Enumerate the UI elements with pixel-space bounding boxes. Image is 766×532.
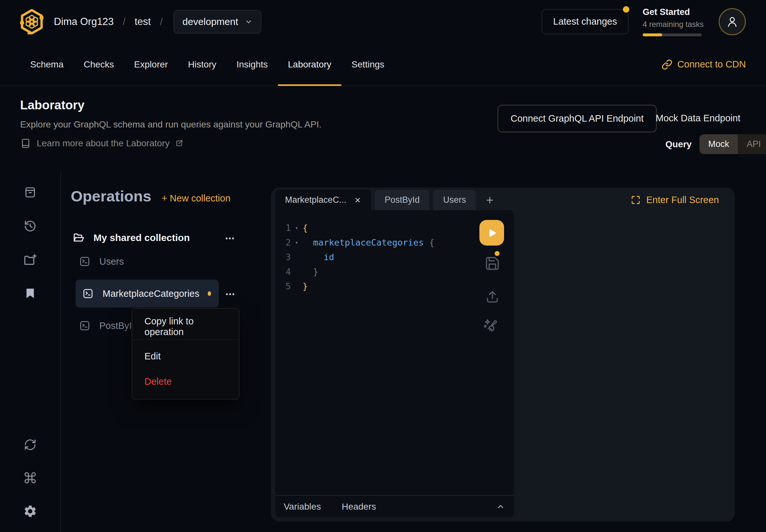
- query-mode-api[interactable]: API: [738, 134, 766, 154]
- header-right: Latest changes Get Started 4 remaining t…: [542, 7, 746, 36]
- history-icon[interactable]: [23, 219, 37, 233]
- breadcrumb-separator: /: [160, 16, 163, 27]
- play-icon: [486, 227, 498, 239]
- enter-fullscreen-button[interactable]: Enter Full Screen: [631, 195, 719, 205]
- editor-tab-users[interactable]: Users: [433, 190, 476, 210]
- external-link-icon: [175, 139, 183, 148]
- get-started-widget[interactable]: Get Started 4 remaining tasks: [643, 7, 704, 36]
- share-operation-icon[interactable]: [485, 289, 500, 305]
- operation-users[interactable]: Users: [79, 252, 124, 271]
- tab-insights[interactable]: Insights: [226, 43, 278, 86]
- operations-title: Operations: [71, 187, 151, 205]
- collection-menu-button[interactable]: [224, 233, 235, 244]
- graph-nav: Schema Checks Explorer History Insights …: [0, 43, 766, 86]
- get-started-subtitle: 4 remaining tasks: [643, 20, 704, 29]
- app-header: Dima Org123 / test / development Latest …: [0, 0, 766, 43]
- editor-tab-label: MarketplaceC...: [285, 195, 346, 205]
- editor-tab-postbyid[interactable]: PostById: [375, 190, 430, 210]
- latest-changes-button[interactable]: Latest changes: [542, 9, 628, 34]
- learn-more-label: Learn more about the Laboratory: [37, 138, 169, 149]
- editor-tab-marketplacecategories[interactable]: MarketplaceC...: [275, 190, 371, 210]
- laboratory-hero: Laboratory Explore your GraphQL schema a…: [0, 86, 766, 172]
- query-editor[interactable]: 1 ▾ { 2 ▾ marketplaceCategories { 3 id: [275, 210, 514, 517]
- variables-tab[interactable]: Variables: [284, 502, 321, 512]
- latest-changes-label: Latest changes: [553, 16, 617, 27]
- code-line: 5 }: [275, 279, 514, 294]
- menu-item-copy-link[interactable]: Copy link to operation: [132, 316, 239, 337]
- mock-data-endpoint-link[interactable]: Mock Data Endpoint: [656, 113, 740, 124]
- operations-header: Operations + New collection: [71, 187, 230, 205]
- operation-name: PostById: [99, 320, 137, 331]
- operation-icon: [79, 255, 91, 268]
- variant-selector[interactable]: development: [174, 10, 261, 33]
- new-collection-folder-icon[interactable]: [23, 253, 37, 267]
- settings-gear-icon[interactable]: [23, 504, 37, 518]
- hive-logo-icon[interactable]: [20, 9, 43, 34]
- breadcrumb-org[interactable]: Dima Org123: [54, 16, 114, 28]
- collection-my-shared-collection[interactable]: My shared collection: [72, 227, 190, 248]
- editor-tab-strip: MarketplaceC... PostById Users: [275, 190, 500, 210]
- operation-marketplacecategories[interactable]: MarketplaceCategories: [76, 280, 219, 308]
- get-started-title: Get Started: [643, 7, 704, 17]
- menu-item-edit[interactable]: Edit: [132, 346, 239, 367]
- collapse-chevron-icon[interactable]: [496, 502, 505, 512]
- get-started-progress-fill: [643, 33, 662, 36]
- code-token: }: [302, 281, 308, 291]
- operation-icon: [79, 320, 91, 332]
- query-mode-mock[interactable]: Mock: [699, 134, 738, 154]
- sync-icon[interactable]: [23, 438, 37, 452]
- menu-divider: [132, 340, 239, 340]
- tab-history[interactable]: History: [178, 43, 226, 86]
- keyboard-shortcuts-icon[interactable]: [23, 471, 37, 485]
- notification-dot: [623, 6, 629, 13]
- line-number: 1: [275, 223, 291, 233]
- tab-checks[interactable]: Checks: [74, 43, 124, 86]
- save-unsaved-dot: [495, 251, 500, 256]
- unsaved-changes-dot: [208, 291, 211, 296]
- editor-tab-label: Users: [443, 195, 466, 205]
- query-label: Query: [665, 139, 692, 150]
- collection-name: My shared collection: [93, 232, 190, 243]
- operation-postbyid[interactable]: PostById: [79, 316, 137, 335]
- connect-to-cdn-link[interactable]: Connect to CDN: [662, 43, 746, 86]
- tab-settings[interactable]: Settings: [341, 43, 395, 86]
- query-mode-row: Query Mock API: [665, 134, 766, 154]
- connect-to-cdn-label: Connect to CDN: [677, 59, 746, 70]
- user-avatar[interactable]: [719, 8, 746, 35]
- code-token: }: [302, 267, 318, 277]
- tab-schema[interactable]: Schema: [20, 43, 74, 86]
- fold-caret-icon[interactable]: ▾: [291, 239, 302, 246]
- operations-archive-icon[interactable]: [23, 186, 37, 199]
- code-line: 2 ▾ marketplaceCategories {: [275, 235, 514, 250]
- operation-name: MarketplaceCategories: [103, 288, 199, 299]
- code-token: id: [302, 252, 334, 262]
- save-operation-icon[interactable]: [485, 256, 500, 271]
- bookmarks-icon[interactable]: [24, 287, 37, 300]
- operation-name: Users: [99, 256, 124, 267]
- page-description: Explore your GraphQL schema and run quer…: [20, 119, 322, 130]
- close-tab-icon[interactable]: [354, 197, 361, 204]
- breadcrumb-separator: /: [123, 16, 125, 27]
- enter-fullscreen-label: Enter Full Screen: [646, 195, 719, 205]
- line-number: 3: [275, 252, 291, 262]
- tab-laboratory[interactable]: Laboratory: [278, 43, 341, 86]
- menu-item-delete[interactable]: Delete: [132, 371, 239, 392]
- chevron-down-icon: [245, 18, 252, 26]
- prettify-broom-icon[interactable]: [483, 318, 499, 334]
- laboratory-page: Dima Org123 / test / development Latest …: [0, 0, 766, 532]
- add-tab-button[interactable]: [480, 190, 500, 210]
- operation-icon: [82, 287, 94, 300]
- headers-tab[interactable]: Headers: [342, 502, 376, 512]
- operation-menu-button[interactable]: [225, 289, 236, 300]
- fold-caret-icon[interactable]: ▾: [291, 225, 302, 231]
- operation-context-menu: Copy link to operation Edit Delete: [132, 308, 239, 399]
- learn-more-link[interactable]: Learn more about the Laboratory: [20, 138, 183, 149]
- new-collection-button[interactable]: + New collection: [162, 193, 230, 204]
- run-query-button[interactable]: [480, 220, 504, 246]
- breadcrumb-graph[interactable]: test: [135, 16, 151, 28]
- connect-endpoint-button[interactable]: Connect GraphQL API Endpoint: [498, 105, 657, 132]
- tab-explorer[interactable]: Explorer: [124, 43, 178, 86]
- person-icon: [725, 15, 739, 29]
- line-number: 2: [275, 237, 291, 248]
- code-area[interactable]: 1 ▾ { 2 ▾ marketplaceCategories { 3 id: [275, 210, 514, 495]
